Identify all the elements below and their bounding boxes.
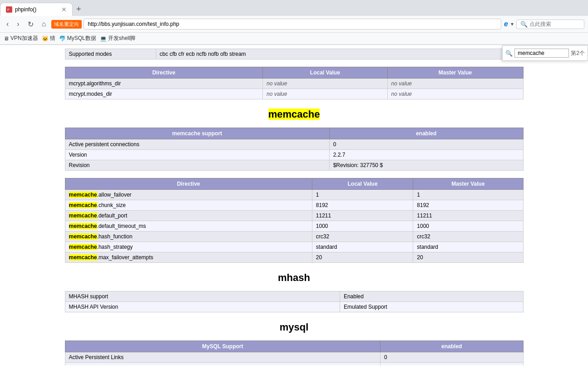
memcache-support-header-left: memcache support bbox=[65, 128, 329, 139]
table-row: Active persistent connections 0 bbox=[65, 139, 523, 150]
mhash-api-label: MHASH API Version bbox=[65, 302, 340, 312]
bookmark-shell-icon: 💻 bbox=[100, 35, 107, 42]
table-row: MHASH API Version Emulated Support bbox=[65, 302, 523, 312]
table-row: memcache.max_failover_attempts2020 bbox=[65, 252, 523, 263]
bookmark-guess-icon: 🐱 bbox=[42, 35, 49, 42]
mysql-title: mysql bbox=[280, 321, 309, 333]
mcrypt-dir1-local: no value bbox=[263, 79, 388, 89]
mysql-support-header: MySQL Support bbox=[65, 341, 380, 352]
memcache-revision-value: $Revision: 327750 $ bbox=[329, 160, 523, 171]
memcache-master-value: 1000 bbox=[413, 221, 523, 232]
supported-modes-label: Supported modes bbox=[65, 49, 156, 59]
table-row: mcrypt.algorithms_dir no value no value bbox=[65, 79, 523, 89]
table-row: memcache.allow_failover11 bbox=[65, 190, 523, 200]
mysql-persistent-links-value: 0 bbox=[380, 352, 523, 363]
memcache-master-value: crc32 bbox=[413, 232, 523, 242]
memcache-master-value: 8192 bbox=[413, 200, 523, 211]
tab-close-button[interactable]: ✕ bbox=[61, 6, 67, 13]
bookmark-vpn[interactable]: 🖥 VPN加速器 bbox=[4, 35, 38, 42]
memcache-dir-local-header: Local Value bbox=[312, 178, 413, 190]
memcache-local-value: 1 bbox=[312, 190, 413, 200]
tab-favicon: P bbox=[6, 6, 12, 13]
table-row: MHASH support Enabled bbox=[65, 291, 523, 302]
mhash-title: mhash bbox=[278, 272, 310, 283]
mcrypt-dir2-name: mcrypt.modes_dir bbox=[65, 89, 263, 99]
mhash-table: MHASH support Enabled MHASH API Version … bbox=[65, 291, 524, 312]
browser-search-input[interactable] bbox=[529, 21, 575, 27]
mhash-api-value: Emulated Support bbox=[340, 302, 523, 312]
mcrypt-dir1-name: mcrypt.algorithms_dir bbox=[65, 79, 263, 89]
mysql-table: MySQL Support enabled Active Persistent … bbox=[65, 340, 524, 365]
mysql-enabled-header: enabled bbox=[380, 341, 523, 352]
mhash-support-label: MHASH support bbox=[65, 291, 340, 302]
memcache-directive-table: Directive Local Value Master Value memca… bbox=[65, 178, 524, 263]
page-content: Supported modes cbc cfb cfr ecb ncfb nof… bbox=[56, 49, 533, 365]
bookmark-guess-label: 猜 bbox=[50, 35, 55, 42]
mysql-persistent-links-label: Active Persistent Links bbox=[65, 352, 380, 363]
memcache-directive-name: memcache.chunk_size bbox=[65, 200, 312, 211]
tab-bar: P phpinfo() ✕ + bbox=[0, 0, 588, 16]
memcache-local-value: 20 bbox=[312, 252, 413, 263]
memcache-directive-name: memcache.max_failover_attempts bbox=[65, 252, 312, 263]
bookmark-shell-label: 开发shell脚 bbox=[108, 35, 136, 42]
memcache-local-value: 1000 bbox=[312, 221, 413, 232]
table-row: memcache.default_port1121111211 bbox=[65, 211, 523, 221]
table-row: Version 2.2.7 bbox=[65, 150, 523, 160]
sidebar-search-input[interactable] bbox=[514, 49, 569, 58]
memcache-active-value: 0 bbox=[329, 139, 523, 150]
memcache-directive-name: memcache.default_timeout_ms bbox=[65, 221, 312, 232]
mysql-active-links-label: Active Links bbox=[65, 363, 380, 366]
memcache-local-value: 8192 bbox=[312, 200, 413, 211]
mcrypt-dir1-master: no value bbox=[387, 79, 523, 89]
search-icon: 🔍 bbox=[520, 21, 528, 28]
home-button[interactable]: ⌂ bbox=[39, 19, 49, 29]
nav-bar: ‹ › ↻ ⌂ 域名重定向 e ▾ 🔍 bbox=[0, 16, 588, 33]
back-button[interactable]: ‹ bbox=[4, 19, 11, 29]
sidebar-search: 🔍 第2个 bbox=[502, 45, 588, 61]
mhash-support-value: Enabled bbox=[340, 291, 523, 302]
memcache-support-table: memcache support enabled Active persiste… bbox=[65, 128, 524, 171]
new-tab-button[interactable]: + bbox=[73, 3, 85, 16]
memcache-active-label: Active persistent connections bbox=[65, 139, 329, 150]
table-row: mcrypt.modes_dir no value no value bbox=[65, 89, 523, 99]
bookmark-guess[interactable]: 🐱 猜 bbox=[42, 35, 55, 42]
memcache-section-heading: memcache bbox=[65, 109, 524, 120]
edge-dropdown-icon[interactable]: ▾ bbox=[511, 21, 514, 27]
memcache-version-label: Version bbox=[65, 150, 329, 160]
table-row: Active Persistent Links 0 bbox=[65, 352, 523, 363]
address-bar-input[interactable] bbox=[84, 19, 501, 30]
supported-modes-value: cbc cfb cfr ecb ncfb nofb ofb stream bbox=[156, 49, 523, 59]
memcache-local-value: standard bbox=[312, 242, 413, 252]
memcache-version-value: 2.2.7 bbox=[329, 150, 523, 160]
bookmarks-bar: 🖥 VPN加速器 🐱 猜 🐬 MySQL数据 💻 开发shell脚 bbox=[0, 33, 588, 44]
memcache-directive-name: memcache.hash_function bbox=[65, 232, 312, 242]
edge-icon: e bbox=[504, 20, 508, 28]
memcache-dir-master-header: Master Value bbox=[413, 178, 523, 190]
memcache-directive-name: memcache.hash_strategy bbox=[65, 242, 312, 252]
active-tab[interactable]: P phpinfo() ✕ bbox=[0, 3, 73, 16]
bookmark-mysql[interactable]: 🐬 MySQL数据 bbox=[59, 35, 96, 42]
memcache-dir-header: Directive bbox=[65, 178, 312, 190]
address-bar-wrap: 域名重定向 bbox=[51, 19, 501, 30]
bookmark-shell[interactable]: 💻 开发shell脚 bbox=[100, 35, 136, 42]
memcache-master-value: 1 bbox=[413, 190, 523, 200]
forward-button[interactable]: › bbox=[14, 19, 22, 29]
sidebar-search-count: 第2个 bbox=[571, 49, 585, 57]
mcrypt-master-header: Master Value bbox=[387, 67, 523, 79]
table-row: memcache.default_timeout_ms10001000 bbox=[65, 221, 523, 232]
mcrypt-directive-table: Directive Local Value Master Value mcryp… bbox=[65, 67, 524, 99]
table-row: memcache.chunk_size81928192 bbox=[65, 200, 523, 211]
mcrypt-dir2-master: no value bbox=[387, 89, 523, 99]
sidebar-search-icon: 🔍 bbox=[505, 50, 513, 57]
table-row: Active Links 0 bbox=[65, 363, 523, 366]
tab-title-text: phpinfo() bbox=[15, 6, 59, 13]
bookmark-mysql-label: MySQL数据 bbox=[67, 35, 96, 42]
svg-text:P: P bbox=[7, 8, 10, 11]
page-content-scroll[interactable]: Supported modes cbc cfb cfr ecb ncfb nof… bbox=[0, 45, 588, 365]
domain-redirect-badge[interactable]: 域名重定向 bbox=[51, 20, 82, 29]
memcache-directive-name: memcache.allow_failover bbox=[65, 190, 312, 200]
memcache-master-value: 20 bbox=[413, 252, 523, 263]
memcache-master-value: 11211 bbox=[413, 211, 523, 221]
refresh-button[interactable]: ↻ bbox=[25, 19, 36, 30]
mysql-section-heading: mysql bbox=[65, 321, 524, 333]
